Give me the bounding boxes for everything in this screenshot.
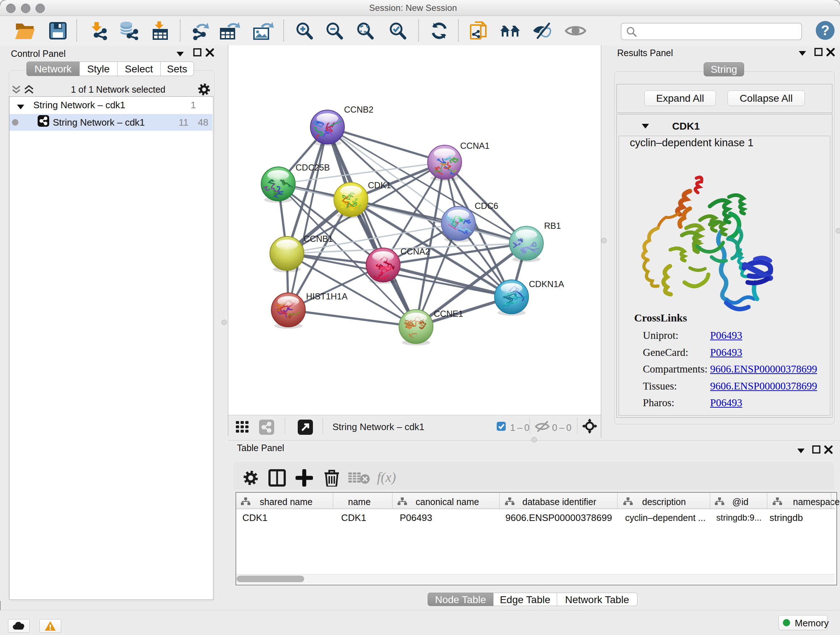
svg-text:RB1: RB1 — [544, 221, 561, 231]
svg-text:CDC6: CDC6 — [475, 201, 498, 211]
svg-text:CCNB1: CCNB1 — [303, 234, 333, 244]
svg-text:CDC25B: CDC25B — [295, 163, 330, 172]
svg-text:HIST1H1A: HIST1H1A — [306, 291, 347, 301]
svg-text:CCNE1: CCNE1 — [434, 309, 463, 318]
svg-text:CDK1: CDK1 — [368, 180, 391, 190]
svg-text:CCNA1: CCNA1 — [460, 141, 489, 150]
svg-text:CCNB2: CCNB2 — [344, 105, 373, 114]
svg-text:CDKN1A: CDKN1A — [529, 279, 564, 289]
svg-text:CCNA2: CCNA2 — [401, 247, 430, 256]
svg-text:?: ? — [821, 23, 829, 38]
